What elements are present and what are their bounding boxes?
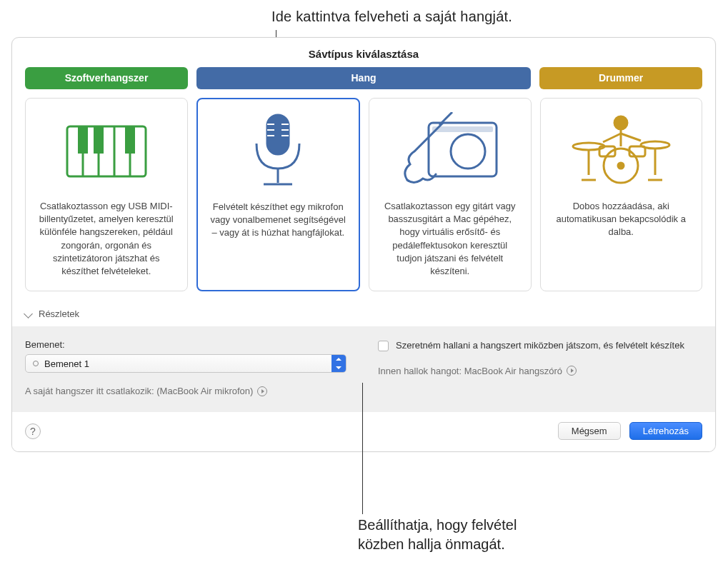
monitor-checkbox-label: Szeretném hallani a hangszert miközben j…	[396, 339, 684, 353]
input-device-hint[interactable]: A saját hangszer itt csatlakozik: (MacBo…	[25, 386, 349, 396]
track-type-dialog: Sávtípus kiválasztása Szoftverhangszer H…	[11, 37, 716, 452]
input-indicator-icon	[33, 361, 39, 366]
details-toggle[interactable]: Részletek	[12, 300, 715, 326]
card-software-instrument[interactable]: Csatlakoztasson egy USB MIDI-billentyűze…	[25, 98, 188, 291]
dialog-title: Sávtípus kiválasztása	[12, 38, 715, 67]
card-guitar[interactable]: Csatlakoztasson egy gitárt vagy basszusg…	[369, 98, 532, 291]
card-microphone[interactable]: Felvételt készíthet egy mikrofon vagy vo…	[196, 98, 361, 291]
select-stepper-icon	[331, 355, 346, 372]
arrow-circle-icon	[257, 386, 267, 396]
svg-rect-6	[94, 126, 104, 154]
guitar-amp-icon	[378, 109, 522, 194]
tab-bar: Szoftverhangszer Hang Drummer	[12, 67, 715, 89]
output-device-hint[interactable]: Innen hallok hangot: MacBook Air hangszó…	[378, 366, 702, 376]
callout-bottom-text: Beállíthatja, hogy felvétel közben hallj…	[358, 516, 517, 554]
svg-point-18	[451, 134, 485, 169]
input-label: Bemenet:	[25, 339, 349, 350]
svg-rect-8	[267, 115, 289, 154]
svg-point-32	[618, 163, 624, 169]
svg-line-24	[621, 134, 641, 141]
input-select[interactable]: Bemenet 1	[25, 354, 346, 373]
svg-point-21	[614, 116, 627, 129]
card-microphone-description: Felvételt készíthet egy mikrofon vagy vo…	[206, 201, 351, 240]
svg-rect-5	[78, 126, 88, 154]
keyboard-icon	[34, 109, 179, 194]
create-button[interactable]: Létrehozás	[629, 422, 702, 440]
details-panel: Bemenet: Bemenet 1 A saját hangszer itt …	[12, 326, 715, 412]
tab-drummer[interactable]: Drummer	[539, 67, 702, 89]
card-row: Csatlakoztasson egy USB MIDI-billentyűze…	[12, 98, 715, 300]
callout-top-text: Ide kattintva felveheti a saját hangját.	[271, 9, 512, 25]
card-drummer-description: Dobos hozzáadása, aki automatikusan beka…	[549, 200, 694, 239]
svg-rect-7	[125, 126, 135, 154]
svg-rect-19	[432, 126, 493, 132]
help-button[interactable]: ?	[25, 423, 41, 439]
chevron-down-icon	[24, 309, 33, 318]
details-label: Részletek	[39, 308, 79, 319]
arrow-circle-icon	[567, 366, 577, 376]
tab-software-instrument[interactable]: Szoftverhangszer	[25, 67, 188, 89]
callout-bottom-line	[362, 383, 363, 514]
input-select-value: Bemenet 1	[44, 358, 89, 369]
cancel-button[interactable]: Mégsem	[558, 422, 621, 440]
card-software-description: Csatlakoztasson egy USB MIDI-billentyűze…	[34, 200, 179, 278]
monitor-checkbox[interactable]	[378, 341, 389, 351]
dialog-footer: ? Mégsem Létrehozás	[12, 412, 715, 451]
monitor-checkbox-row[interactable]: Szeretném hallani a hangszert miközben j…	[378, 339, 702, 353]
card-drummer[interactable]: Dobos hozzáadása, aki automatikusan beka…	[540, 98, 703, 291]
card-guitar-description: Csatlakoztasson egy gitárt vagy basszusg…	[378, 200, 522, 278]
tab-audio[interactable]: Hang	[196, 67, 531, 89]
microphone-icon	[206, 109, 351, 195]
svg-line-23	[603, 134, 621, 142]
drummer-icon	[549, 109, 694, 194]
